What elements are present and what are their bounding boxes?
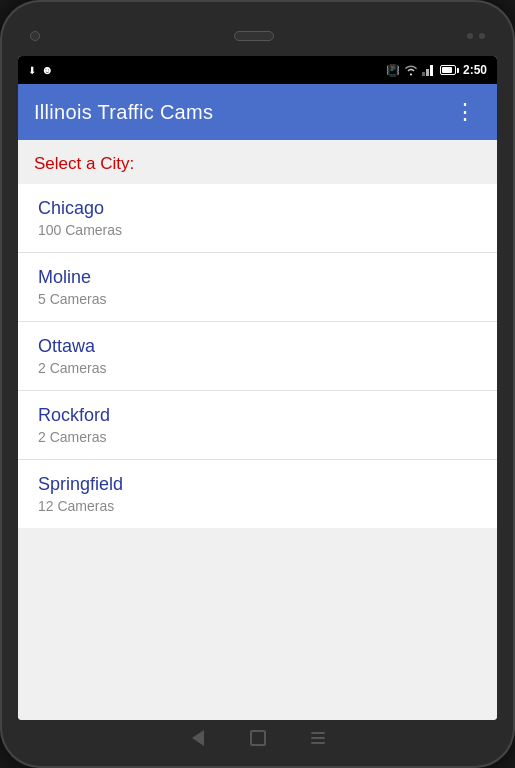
camera-count: 12 Cameras <box>38 498 481 514</box>
phone-shell: ⬇ ☻ 📳 <box>0 0 515 768</box>
back-button[interactable] <box>188 728 208 748</box>
city-name: Moline <box>38 267 481 288</box>
city-name: Rockford <box>38 405 481 426</box>
more-options-button[interactable]: ⋮ <box>450 97 481 127</box>
phone-speaker <box>234 31 274 41</box>
phone-sensors <box>467 33 485 39</box>
camera-count: 100 Cameras <box>38 222 481 238</box>
android-icon: ☻ <box>41 63 54 77</box>
phone-screen: ⬇ ☻ 📳 <box>18 56 497 720</box>
download-icon: ⬇ <box>28 65 36 76</box>
camera-count: 5 Cameras <box>38 291 481 307</box>
camera-count: 2 Cameras <box>38 429 481 445</box>
app-title: Illinois Traffic Cams <box>34 101 213 124</box>
wifi-icon <box>404 64 418 76</box>
phone-bottom-nav <box>18 720 497 750</box>
status-left-icons: ⬇ ☻ <box>28 63 54 77</box>
recents-button[interactable] <box>308 728 328 748</box>
phone-top-bar <box>18 18 497 56</box>
home-button[interactable] <box>248 728 268 748</box>
app-bar: Illinois Traffic Cams ⋮ <box>18 84 497 140</box>
svg-marker-1 <box>426 69 429 76</box>
status-right-icons: 📳 <box>386 63 487 77</box>
signal-icon <box>422 64 436 76</box>
status-bar: ⬇ ☻ 📳 <box>18 56 497 84</box>
content-area: Select a City: Chicago 100 Cameras Molin… <box>18 140 497 720</box>
city-list-item[interactable]: Moline 5 Cameras <box>18 253 497 322</box>
city-list: Chicago 100 Cameras Moline 5 Cameras Ott… <box>18 184 497 528</box>
city-list-item[interactable]: Chicago 100 Cameras <box>18 184 497 253</box>
city-list-item[interactable]: Springfield 12 Cameras <box>18 460 497 528</box>
camera-count: 2 Cameras <box>38 360 481 376</box>
svg-marker-0 <box>422 72 425 76</box>
clock: 2:50 <box>463 63 487 77</box>
svg-marker-2 <box>430 65 433 76</box>
city-name: Chicago <box>38 198 481 219</box>
front-camera <box>30 31 40 41</box>
sensor-dot <box>467 33 473 39</box>
city-name: Ottawa <box>38 336 481 357</box>
city-name: Springfield <box>38 474 481 495</box>
city-list-item[interactable]: Rockford 2 Cameras <box>18 391 497 460</box>
section-header: Select a City: <box>18 140 497 184</box>
city-list-item[interactable]: Ottawa 2 Cameras <box>18 322 497 391</box>
vibrate-icon: 📳 <box>386 64 400 77</box>
sensor-dot-2 <box>479 33 485 39</box>
battery-icon <box>440 65 459 75</box>
section-title: Select a City: <box>34 154 134 173</box>
